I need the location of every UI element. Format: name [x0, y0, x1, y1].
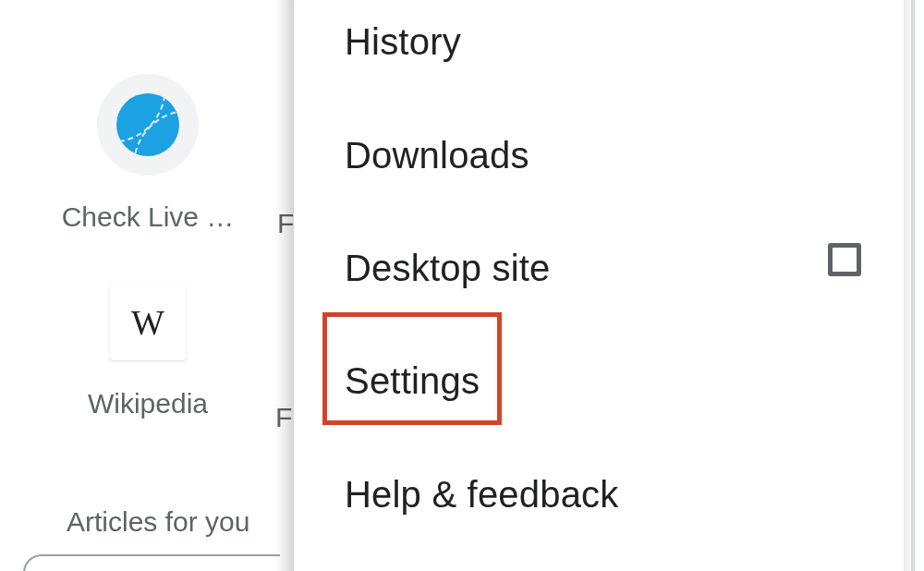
menu-item-label: Downloads [345, 135, 529, 176]
right-divider [911, 0, 915, 571]
cricket-ball-icon [97, 74, 199, 176]
menu-item-label: Help & feedback [345, 474, 619, 516]
tab-outline-partial [23, 554, 280, 571]
shortcut-label: Wikipedia [51, 388, 245, 419]
shortcut-label-partial-1: F [277, 208, 294, 239]
wikipedia-icon: W [110, 285, 186, 360]
overflow-menu: History Downloads Desktop site Settings … [294, 0, 904, 571]
menu-item-downloads[interactable]: Downloads [345, 128, 529, 183]
articles-for-you-heading: Articles for you [67, 506, 249, 538]
menu-item-help-feedback[interactable]: Help & feedback [345, 467, 619, 522]
menu-item-desktop-site[interactable]: Desktop site [345, 240, 551, 296]
shortcut-label: Check Live … [51, 201, 245, 233]
desktop-site-checkbox[interactable] [828, 243, 861, 276]
menu-item-label: History [345, 21, 461, 63]
menu-item-label: Settings [345, 360, 480, 402]
menu-item-label: Desktop site [345, 248, 551, 289]
menu-item-settings[interactable]: Settings [345, 353, 480, 408]
shortcut-wikipedia[interactable]: W Wikipedia [51, 285, 245, 419]
shortcut-cricket[interactable]: Check Live … [51, 74, 245, 233]
menu-item-history[interactable]: History [345, 14, 461, 69]
